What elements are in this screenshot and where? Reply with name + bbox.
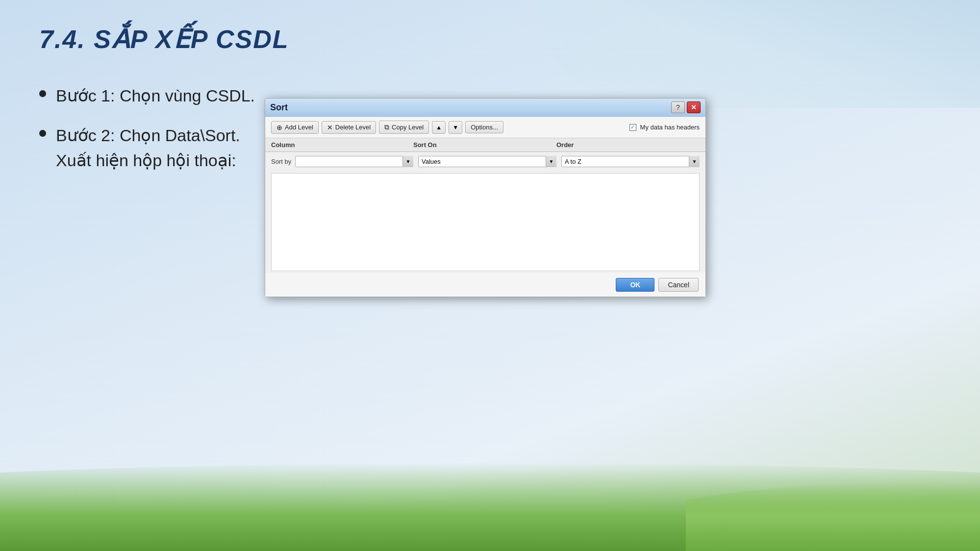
options-label: Options...	[471, 124, 498, 131]
copy-level-icon: ⧉	[384, 123, 389, 131]
add-level-label: Add Level	[285, 124, 313, 131]
order-select[interactable]: A to Z	[561, 156, 700, 167]
copy-level-button[interactable]: ⧉ Copy Level	[379, 121, 429, 134]
dialog-titlebar: Sort ? ✕	[265, 99, 705, 117]
sort-by-label: Sort by	[271, 158, 291, 165]
dialog-title-buttons: ? ✕	[671, 101, 701, 113]
add-level-icon: ⊕	[276, 124, 282, 131]
order-select-wrapper: A to Z ▼	[561, 156, 700, 167]
move-down-button[interactable]: ▼	[449, 121, 462, 134]
sort-by-label-cell: Sort by ▼	[271, 156, 413, 167]
ok-button[interactable]: OK	[616, 278, 654, 292]
bullet-dot-2	[39, 130, 46, 137]
sort-on-select-wrapper: Values ▼	[418, 156, 556, 167]
bullet-text-1: Bước 1: Chọn vùng CSDL.	[56, 83, 255, 108]
column-header-column: Column	[271, 141, 413, 149]
dialog-footer: OK Cancel	[265, 273, 705, 297]
sort-by-row: Sort by ▼ Values ▼ A t	[265, 152, 705, 171]
my-data-has-headers-label: My data has headers	[640, 124, 700, 131]
my-data-has-headers-checkbox[interactable]: ✓	[629, 124, 636, 131]
dialog-toolbar: ⊕ Add Level ✕ Delete Level ⧉ Copy Level …	[265, 117, 705, 138]
copy-level-label: Copy Level	[392, 124, 424, 131]
dialog-table: Column Sort On Order Sort by ▼	[265, 138, 705, 171]
cancel-button[interactable]: Cancel	[658, 278, 699, 292]
my-data-has-headers-container: ✓ My data has headers	[629, 124, 700, 131]
dialog-title: Sort	[270, 102, 288, 113]
delete-level-icon: ✕	[327, 124, 333, 131]
bullet-dot-1	[39, 90, 46, 97]
column-select-wrapper: ▼	[295, 156, 413, 167]
add-level-button[interactable]: ⊕ Add Level	[271, 121, 319, 134]
delete-level-button[interactable]: ✕ Delete Level	[322, 121, 376, 134]
sort-on-select[interactable]: Values	[418, 156, 556, 167]
column-header-order: Order	[556, 141, 700, 149]
dialog-body-area	[271, 173, 700, 271]
delete-level-label: Delete Level	[335, 124, 371, 131]
table-header-row: Column Sort On Order	[265, 138, 705, 152]
move-up-button[interactable]: ▲	[432, 121, 446, 134]
page-title: 7.4. SẮP XẾP CSDL	[39, 25, 941, 54]
options-button[interactable]: Options...	[465, 121, 503, 133]
bullet-item-2: Bước 2: Chọn Data\Sort. Xuất hiện hộp hộ…	[39, 123, 275, 173]
bullet-text-2: Bước 2: Chọn Data\Sort. Xuất hiện hộp hộ…	[56, 123, 275, 173]
column-select[interactable]	[295, 156, 413, 167]
sort-dialog: Sort ? ✕ ⊕ Add Level ✕ Delete Level ⧉ Co…	[265, 98, 706, 297]
bullet-item-1: Bước 1: Chọn vùng CSDL.	[39, 83, 275, 108]
dialog-close-button[interactable]: ✕	[687, 101, 701, 113]
dialog-help-button[interactable]: ?	[671, 101, 685, 113]
column-header-sort-on: Sort On	[413, 141, 556, 149]
main-content: 7.4. SẮP XẾP CSDL Bước 1: Chọn vùng CSDL…	[0, 0, 980, 551]
